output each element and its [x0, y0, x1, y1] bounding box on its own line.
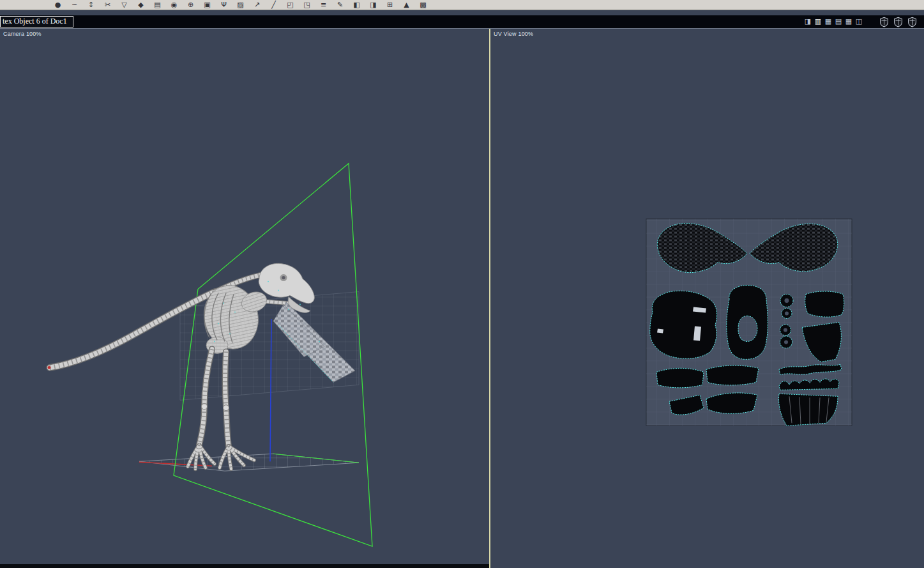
main-split-view: Camera 100%: [0, 28, 924, 568]
mirror-h-tool[interactable]: ◧: [349, 0, 365, 10]
target-weld-tool[interactable]: ◉: [166, 0, 182, 10]
layout-split-icon[interactable]: ◫: [854, 17, 863, 27]
spline-tool[interactable]: ~: [66, 0, 82, 10]
layout-grid-icon[interactable]: ▦: [824, 17, 833, 27]
uv-island-plate[interactable]: [805, 291, 844, 317]
layout-one-icon[interactable]: ◨: [803, 17, 812, 27]
shield-toggle-3-icon[interactable]: [907, 17, 918, 27]
prism-tool[interactable]: ▲: [398, 0, 414, 10]
pack-tool[interactable]: ▣: [199, 0, 215, 10]
mirror-v-tool[interactable]: ◨: [365, 0, 381, 10]
layout-rows-icon[interactable]: ▤: [834, 17, 843, 27]
top-toolbar: ●~↕✂▽◆▤◉⊕▣Ψ▨↗╱◰◳≡✎◧◨⊞▲▩: [0, 0, 924, 10]
uv-island-head[interactable]: [650, 291, 717, 358]
anchor-tool[interactable]: Ψ: [216, 0, 232, 10]
camera-viewport-canvas[interactable]: [0, 29, 489, 568]
texture-fill-tool[interactable]: ▩: [415, 0, 431, 10]
uv-viewport-label: UV View 100%: [494, 31, 533, 37]
pin-tool[interactable]: ▽: [116, 0, 132, 10]
sphere-tool[interactable]: ●: [50, 0, 66, 10]
grid-snap-tool[interactable]: ⊞: [382, 0, 398, 10]
window-title: tex Object 6 of Doc1: [0, 16, 73, 27]
line-tool[interactable]: ╱: [266, 0, 282, 10]
shield-icon-group: [879, 17, 918, 27]
uv-island-strip-left[interactable]: [656, 368, 704, 387]
project-tool[interactable]: ↗: [249, 0, 265, 10]
pen-tool[interactable]: ✎: [332, 0, 348, 10]
rotate-right-tool[interactable]: ◳: [299, 0, 315, 10]
relax-tool[interactable]: ▤: [149, 0, 165, 10]
layout-quad-icon[interactable]: ▦: [844, 17, 853, 27]
scissors-tool[interactable]: ✂: [100, 0, 116, 10]
title-bar: tex Object 6 of Doc1 ◨▥▦▤▦◫: [0, 15, 924, 28]
uv-island-strip-mid[interactable]: [706, 365, 759, 385]
skeleton-leg-right[interactable]: [223, 351, 229, 446]
weld-tool[interactable]: ⊕: [183, 0, 199, 10]
toolbar-icon-row: ●~↕✂▽◆▤◉⊕▣Ψ▨↗╱◰◳≡✎◧◨⊞▲▩: [0, 0, 924, 10]
rotate-left-tool[interactable]: ◰: [282, 0, 298, 10]
shear-tool[interactable]: ◆: [133, 0, 149, 10]
stretch-tool[interactable]: ↕: [83, 0, 99, 10]
uv-island-patch-mid[interactable]: [706, 393, 757, 413]
uv-viewport[interactable]: UV View 100%: [490, 29, 924, 568]
layout-two-columns-icon[interactable]: ▥: [814, 17, 822, 27]
camera-viewport-label: Camera 100%: [3, 31, 42, 37]
stack-tool[interactable]: ≡: [315, 0, 331, 10]
camera-viewport[interactable]: Camera 100%: [0, 29, 489, 568]
delete-face-tool[interactable]: ▨: [232, 0, 248, 10]
layout-icon-group: ◨▥▦▤▦◫: [803, 17, 863, 27]
shield-toggle-2-icon[interactable]: [893, 17, 904, 27]
shield-toggle-1-icon[interactable]: [879, 17, 890, 27]
titlebar-right-controls: ◨▥▦▤▦◫: [803, 17, 924, 27]
tail-tip-marker: [48, 366, 51, 369]
uv-viewport-canvas[interactable]: [490, 29, 924, 568]
